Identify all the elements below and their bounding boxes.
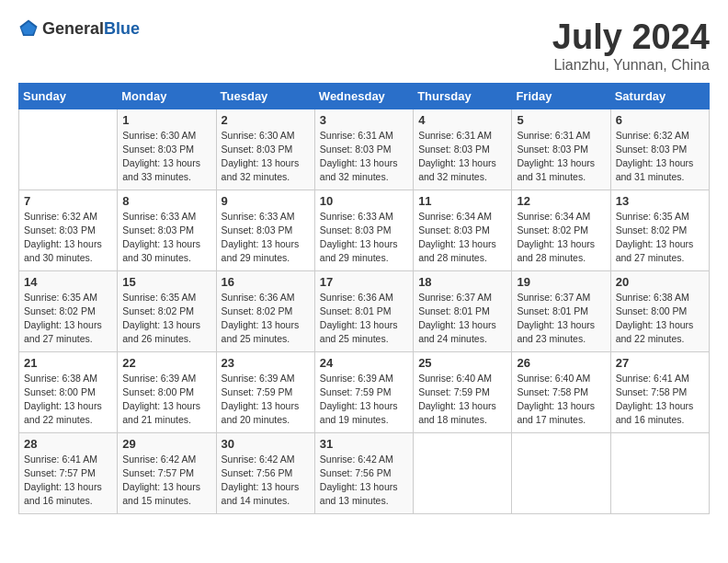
day-info: Sunrise: 6:32 AMSunset: 8:03 PMDaylight:…	[616, 129, 704, 185]
day-number: 22	[122, 356, 210, 370]
day-info: Sunrise: 6:36 AMSunset: 8:02 PMDaylight:…	[222, 291, 310, 347]
day-info: Sunrise: 6:41 AMSunset: 7:57 PMDaylight:…	[24, 453, 112, 509]
calendar-week-row: 14Sunrise: 6:35 AMSunset: 8:02 PMDayligh…	[19, 270, 710, 351]
day-number: 29	[122, 437, 210, 451]
calendar-cell: 17Sunrise: 6:36 AMSunset: 8:01 PMDayligh…	[314, 270, 413, 351]
day-info: Sunrise: 6:33 AMSunset: 8:03 PMDaylight:…	[222, 210, 310, 266]
calendar-cell: 3Sunrise: 6:31 AMSunset: 8:03 PMDaylight…	[314, 109, 413, 190]
day-number: 30	[222, 437, 310, 451]
day-number: 11	[418, 194, 506, 208]
logo-text: GeneralBlue	[42, 19, 140, 39]
weekday-header-friday: Friday	[512, 83, 610, 109]
day-number: 2	[222, 113, 310, 127]
day-info: Sunrise: 6:31 AMSunset: 8:03 PMDaylight:…	[320, 129, 408, 185]
calendar-body: 1Sunrise: 6:30 AMSunset: 8:03 PMDaylight…	[19, 109, 710, 513]
calendar-cell: 20Sunrise: 6:38 AMSunset: 8:00 PMDayligh…	[610, 270, 709, 351]
calendar-cell: 10Sunrise: 6:33 AMSunset: 8:03 PMDayligh…	[314, 190, 413, 270]
day-info: Sunrise: 6:42 AMSunset: 7:56 PMDaylight:…	[222, 453, 310, 509]
calendar-cell: 16Sunrise: 6:36 AMSunset: 8:02 PMDayligh…	[216, 270, 314, 351]
day-number: 12	[517, 194, 605, 208]
calendar-cell: 5Sunrise: 6:31 AMSunset: 8:03 PMDaylight…	[512, 109, 610, 190]
day-info: Sunrise: 6:30 AMSunset: 8:03 PMDaylight:…	[122, 129, 210, 185]
calendar-cell: 15Sunrise: 6:35 AMSunset: 8:02 PMDayligh…	[118, 270, 216, 351]
day-info: Sunrise: 6:32 AMSunset: 8:03 PMDaylight:…	[24, 210, 112, 266]
day-number: 27	[616, 356, 704, 370]
day-number: 19	[517, 275, 605, 289]
day-number: 24	[320, 356, 408, 370]
month-year-title: July 2024	[552, 18, 710, 57]
calendar-table: SundayMondayTuesdayWednesdayThursdayFrid…	[18, 83, 710, 514]
calendar-cell: 13Sunrise: 6:35 AMSunset: 8:02 PMDayligh…	[610, 190, 709, 270]
day-info: Sunrise: 6:33 AMSunset: 8:03 PMDaylight:…	[320, 210, 408, 266]
calendar-cell: 28Sunrise: 6:41 AMSunset: 7:57 PMDayligh…	[19, 432, 118, 513]
title-block: July 2024 Lianzhu, Yunnan, China	[552, 18, 710, 74]
calendar-cell: 24Sunrise: 6:39 AMSunset: 7:59 PMDayligh…	[314, 351, 413, 432]
calendar-cell: 18Sunrise: 6:37 AMSunset: 8:01 PMDayligh…	[414, 270, 512, 351]
day-number: 15	[122, 275, 210, 289]
day-info: Sunrise: 6:37 AMSunset: 8:01 PMDaylight:…	[418, 291, 506, 347]
day-number: 10	[320, 194, 408, 208]
day-number: 4	[418, 113, 506, 127]
calendar-cell: 29Sunrise: 6:42 AMSunset: 7:57 PMDayligh…	[118, 432, 216, 513]
calendar-cell: 27Sunrise: 6:41 AMSunset: 7:58 PMDayligh…	[610, 351, 709, 432]
calendar-cell: 30Sunrise: 6:42 AMSunset: 7:56 PMDayligh…	[216, 432, 314, 513]
day-info: Sunrise: 6:31 AMSunset: 8:03 PMDaylight:…	[418, 129, 506, 185]
day-number: 1	[122, 113, 210, 127]
calendar-week-row: 21Sunrise: 6:38 AMSunset: 8:00 PMDayligh…	[19, 351, 710, 432]
day-number: 23	[222, 356, 310, 370]
weekday-header-wednesday: Wednesday	[314, 83, 413, 109]
day-info: Sunrise: 6:42 AMSunset: 7:56 PMDaylight:…	[320, 453, 408, 509]
calendar-cell: 1Sunrise: 6:30 AMSunset: 8:03 PMDaylight…	[118, 109, 216, 190]
day-number: 14	[24, 275, 112, 289]
weekday-header-thursday: Thursday	[414, 83, 512, 109]
day-info: Sunrise: 6:31 AMSunset: 8:03 PMDaylight:…	[517, 129, 605, 185]
day-info: Sunrise: 6:41 AMSunset: 7:58 PMDaylight:…	[616, 372, 704, 428]
location-subtitle: Lianzhu, Yunnan, China	[552, 57, 710, 74]
calendar-cell: 14Sunrise: 6:35 AMSunset: 8:02 PMDayligh…	[19, 270, 118, 351]
calendar-cell: 8Sunrise: 6:33 AMSunset: 8:03 PMDaylight…	[118, 190, 216, 270]
page-header: GeneralBlue July 2024 Lianzhu, Yunnan, C…	[18, 18, 710, 74]
calendar-week-row: 7Sunrise: 6:32 AMSunset: 8:03 PMDaylight…	[19, 190, 710, 270]
calendar-week-row: 28Sunrise: 6:41 AMSunset: 7:57 PMDayligh…	[19, 432, 710, 513]
day-info: Sunrise: 6:40 AMSunset: 7:59 PMDaylight:…	[418, 372, 506, 428]
calendar-cell: 26Sunrise: 6:40 AMSunset: 7:58 PMDayligh…	[512, 351, 610, 432]
day-number: 16	[222, 275, 310, 289]
calendar-cell: 12Sunrise: 6:34 AMSunset: 8:02 PMDayligh…	[512, 190, 610, 270]
day-info: Sunrise: 6:30 AMSunset: 8:03 PMDaylight:…	[222, 129, 310, 185]
calendar-cell	[610, 432, 709, 513]
logo: GeneralBlue	[18, 18, 140, 39]
day-number: 13	[616, 194, 704, 208]
day-number: 21	[24, 356, 112, 370]
calendar-cell: 21Sunrise: 6:38 AMSunset: 8:00 PMDayligh…	[19, 351, 118, 432]
weekday-header-saturday: Saturday	[610, 83, 709, 109]
day-number: 26	[517, 356, 605, 370]
calendar-header: SundayMondayTuesdayWednesdayThursdayFrid…	[19, 83, 710, 109]
weekday-header-sunday: Sunday	[19, 83, 118, 109]
calendar-cell: 2Sunrise: 6:30 AMSunset: 8:03 PMDaylight…	[216, 109, 314, 190]
calendar-cell: 22Sunrise: 6:39 AMSunset: 8:00 PMDayligh…	[118, 351, 216, 432]
day-info: Sunrise: 6:36 AMSunset: 8:01 PMDaylight:…	[320, 291, 408, 347]
day-number: 6	[616, 113, 704, 127]
logo-general: General	[42, 19, 104, 38]
calendar-cell: 31Sunrise: 6:42 AMSunset: 7:56 PMDayligh…	[314, 432, 413, 513]
calendar-cell: 6Sunrise: 6:32 AMSunset: 8:03 PMDaylight…	[610, 109, 709, 190]
day-number: 17	[320, 275, 408, 289]
calendar-cell: 25Sunrise: 6:40 AMSunset: 7:59 PMDayligh…	[414, 351, 512, 432]
day-info: Sunrise: 6:38 AMSunset: 8:00 PMDaylight:…	[616, 291, 704, 347]
calendar-cell: 19Sunrise: 6:37 AMSunset: 8:01 PMDayligh…	[512, 270, 610, 351]
day-info: Sunrise: 6:42 AMSunset: 7:57 PMDaylight:…	[122, 453, 210, 509]
calendar-cell	[19, 109, 118, 190]
calendar-cell: 4Sunrise: 6:31 AMSunset: 8:03 PMDaylight…	[414, 109, 512, 190]
day-number: 20	[616, 275, 704, 289]
logo-icon	[18, 18, 39, 39]
day-number: 5	[517, 113, 605, 127]
calendar-cell: 23Sunrise: 6:39 AMSunset: 7:59 PMDayligh…	[216, 351, 314, 432]
calendar-cell	[414, 432, 512, 513]
day-info: Sunrise: 6:37 AMSunset: 8:01 PMDaylight:…	[517, 291, 605, 347]
day-number: 31	[320, 437, 408, 451]
day-number: 25	[418, 356, 506, 370]
weekday-header-row: SundayMondayTuesdayWednesdayThursdayFrid…	[19, 83, 710, 109]
day-info: Sunrise: 6:34 AMSunset: 8:03 PMDaylight:…	[418, 210, 506, 266]
day-info: Sunrise: 6:35 AMSunset: 8:02 PMDaylight:…	[24, 291, 112, 347]
day-number: 8	[122, 194, 210, 208]
